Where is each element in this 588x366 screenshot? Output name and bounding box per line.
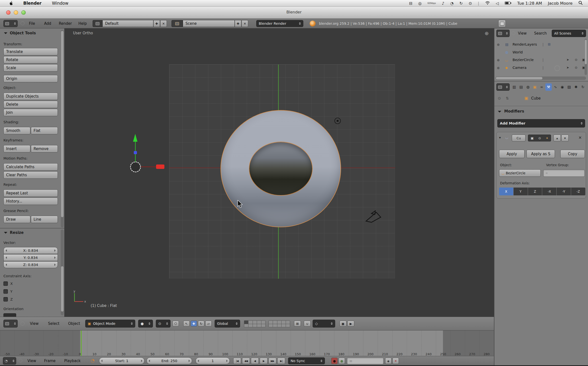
modifier-move-down-button[interactable]: ▾ — [561, 135, 569, 141]
viewport-panels-toggle-icon[interactable] — [21, 322, 24, 326]
menu-window[interactable]: Window — [52, 1, 68, 6]
outliner-item-camera[interactable]: Camera — [513, 66, 527, 70]
screen-layout-field[interactable]: Default — [102, 20, 153, 27]
clear-paths-button[interactable]: Clear Paths — [3, 171, 58, 179]
auto-keyframe-button[interactable]: ● — [339, 358, 345, 364]
vector-x-field[interactable]: X: 0.834 — [3, 247, 58, 254]
timeline-area[interactable]: -50-40-30-20-100102030405060708090100110… — [0, 330, 494, 356]
outliner-hscrollbar[interactable] — [495, 76, 586, 80]
sync-icon[interactable]: ◎ — [418, 1, 422, 6]
modifiers-collapse-icon[interactable] — [498, 111, 501, 113]
lock-to-scene-button[interactable]: ⊠ — [294, 321, 301, 327]
constraint-x-checkbox[interactable] — [3, 281, 8, 286]
copy-button[interactable]: Copy — [560, 150, 585, 158]
timeline-editor-type-button[interactable]: ◔ — [3, 357, 16, 365]
apple-menu-icon[interactable] — [9, 1, 13, 6]
axis-neg-y-button[interactable]: -Y — [557, 188, 571, 195]
history-button[interactable]: History... — [3, 198, 58, 205]
curve-object-field[interactable]: ◡ BezierCircle — [499, 169, 541, 177]
timeline-ruler[interactable]: -50-40-30-20-100102030405060708090100110… — [0, 346, 494, 356]
outliner-menu-search[interactable]: Search — [534, 30, 547, 37]
outliner-editor-type-button[interactable] — [496, 30, 510, 37]
properties-tab[interactable]: ✱ — [573, 83, 579, 91]
properties-tab[interactable]: ▣ — [532, 83, 538, 91]
current-frame-field[interactable]: 1 — [196, 357, 230, 364]
pin-icon[interactable]: ⊙ — [498, 96, 501, 101]
printer-icon[interactable]: ⊟ — [409, 1, 412, 6]
modifier-delete-icon[interactable]: ✕ — [578, 135, 582, 140]
outliner-menu-view[interactable]: View — [518, 30, 527, 37]
playhead[interactable] — [81, 330, 82, 356]
outliner-scope-select[interactable]: All Scenes — [552, 30, 586, 37]
properties-tab[interactable]: ▨ — [566, 83, 572, 91]
properties-tab[interactable]: ▥ — [511, 83, 517, 91]
mute-icon[interactable]: ◁ — [496, 1, 499, 6]
restrict-view-icon[interactable]: ⊙ — [575, 58, 577, 62]
playback-button[interactable]: ▶ — [260, 358, 268, 364]
constraint-y-checkbox[interactable] — [3, 289, 8, 294]
grease-line-button[interactable]: Line — [31, 216, 58, 223]
viewport-shading-select[interactable]: ● — [138, 320, 153, 328]
viewport-3d[interactable]: User Ortho ⊕ y x (1) Cube : Flat — [65, 28, 494, 317]
scene-icon[interactable] — [172, 20, 183, 27]
remove-keyframe-button[interactable]: Remove — [31, 145, 58, 152]
delete-keyframes-button[interactable]: ✕ — [392, 358, 399, 364]
expand-icon[interactable]: ⊕ — [497, 58, 500, 62]
playback-button[interactable]: ◀ — [251, 358, 259, 364]
record-button[interactable]: ● — [331, 358, 338, 364]
calculate-paths-button[interactable]: Calculate Paths — [3, 163, 58, 171]
panels-toggle-icon[interactable] — [21, 21, 24, 25]
menu-add[interactable]: Add — [44, 20, 51, 27]
delete-button[interactable]: Delete — [3, 101, 58, 108]
manipulator-translate-button[interactable]: ✚ — [191, 321, 197, 327]
expand-icon[interactable]: ⊕ — [497, 43, 500, 47]
manipulator-scale-button[interactable]: ▱ — [205, 321, 212, 327]
restrict-select-icon[interactable]: ➤ — [566, 66, 569, 69]
modifier-name-field[interactable]: Cu — [512, 135, 526, 141]
spotlight-icon[interactable] — [578, 1, 583, 6]
breadcrumb-object-name[interactable]: Cube — [531, 96, 541, 101]
screen-layout-icon[interactable] — [93, 20, 102, 27]
snap-element-select[interactable]: ◇ — [313, 320, 335, 328]
properties-tab[interactable]: ∿ — [552, 83, 559, 91]
camera-object[interactable] — [365, 209, 384, 224]
transform-orientation-select[interactable]: Global — [215, 320, 240, 328]
editor-type-button[interactable] — [3, 20, 18, 27]
timeline-menu-view[interactable]: View — [27, 357, 36, 365]
outliner-item-beziercircle[interactable]: BezierCircle — [513, 58, 534, 62]
constraint-z-checkbox[interactable] — [3, 297, 8, 302]
manipulator-x-arrow[interactable] — [156, 164, 164, 169]
insert-keyframes-button[interactable]: ◈ — [385, 358, 392, 364]
modifier-expand-icon[interactable]: ▾ — [499, 136, 501, 139]
delete-scene-button[interactable]: ✕ — [242, 20, 248, 27]
delete-screen-button[interactable]: ✕ — [160, 20, 167, 27]
layers-grid-1[interactable] — [244, 320, 266, 327]
outliner-item-world[interactable]: World — [513, 50, 523, 54]
snap-magnet-button[interactable]: ∪ — [304, 321, 311, 327]
viewport-overlay-plus-icon[interactable]: ⊕ — [485, 30, 489, 36]
power-icon[interactable]: ⊙ — [469, 1, 472, 6]
window-titlebar[interactable]: Blender — [0, 7, 588, 19]
render-engine-select[interactable]: Blender Render — [256, 20, 303, 27]
restrict-view-icon[interactable]: ⊙ — [575, 66, 577, 69]
vector-y-field[interactable]: Y: 0.834 — [3, 254, 58, 261]
wifi-icon[interactable] — [485, 1, 490, 6]
axis-z-button[interactable]: Z — [528, 188, 542, 195]
grease-draw-button[interactable]: Draw — [3, 216, 30, 223]
battery-icon[interactable] — [505, 1, 511, 6]
apply-button[interactable]: Apply — [499, 150, 525, 158]
sync-mode-select[interactable]: No Sync — [288, 357, 325, 364]
axis-y-button[interactable]: Y — [514, 188, 528, 195]
axis-x-button[interactable]: X — [499, 188, 513, 195]
end-frame-field[interactable]: End: 250 — [147, 357, 192, 364]
apply-as-shape-button[interactable]: Apply as S — [527, 150, 555, 158]
add-scene-button[interactable]: ✚ — [235, 20, 241, 27]
timeline-menu-frame[interactable]: Frame — [44, 357, 56, 365]
smooth-button[interactable]: Smooth — [3, 127, 30, 134]
modifier-edit-toggle[interactable]: ✦ — [546, 136, 548, 140]
scale-button[interactable]: Scale — [3, 64, 58, 72]
insert-keyframe-button[interactable]: Insert — [3, 145, 30, 152]
join-button[interactable]: Join — [3, 109, 58, 116]
preview-range-clock-icon[interactable]: ◔ — [91, 358, 95, 363]
properties-tabs[interactable]: ▥▤◍▣∞⚒∿◉▨✱↻ — [511, 83, 586, 91]
